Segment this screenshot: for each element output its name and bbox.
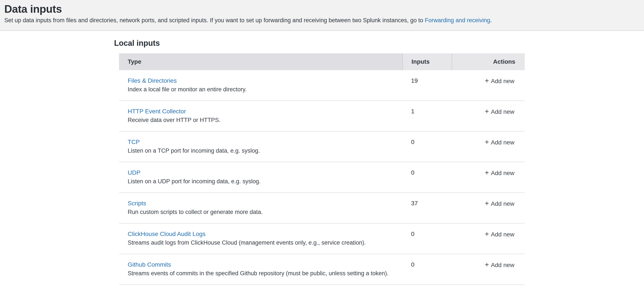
input-type-description: Index a local file or monitor an entire …: [128, 85, 398, 94]
page: Data inputs Set up data inputs from file…: [0, 0, 644, 285]
actions-cell: +Add new: [452, 254, 525, 284]
inputs-count: 19: [402, 70, 452, 100]
add-new-link[interactable]: +Add new: [485, 260, 514, 269]
input-type-link[interactable]: Scripts: [128, 200, 146, 207]
add-new-link[interactable]: +Add new: [485, 199, 514, 208]
add-new-label: Add new: [491, 231, 514, 238]
table-row-scripts: Scripts Run custom scripts to collect or…: [119, 193, 525, 223]
input-type-link[interactable]: UDP: [128, 169, 140, 176]
plus-icon: +: [485, 260, 489, 268]
plus-icon: +: [485, 138, 489, 146]
add-new-label: Add new: [491, 262, 514, 268]
input-type-link[interactable]: Files & Directories: [128, 77, 177, 84]
inputs-count: 0: [402, 254, 452, 284]
inputs-count: 0: [402, 162, 452, 192]
add-new-link[interactable]: +Add new: [485, 169, 514, 177]
input-type-description: Streams events of commits in the specifi…: [128, 269, 398, 277]
table-row-tcp: TCP Listen on a TCP port for incoming da…: [119, 131, 525, 162]
type-cell: Files & Directories Index a local file o…: [119, 70, 402, 100]
plus-icon: +: [485, 107, 489, 115]
actions-cell: +Add new: [452, 162, 525, 192]
input-type-description: Streams audit logs from ClickHouse Cloud…: [128, 238, 398, 247]
type-cell: Scripts Run custom scripts to collect or…: [119, 193, 402, 223]
input-type-description: Run custom scripts to collect or generat…: [128, 208, 398, 216]
page-header: Data inputs Set up data inputs from file…: [0, 0, 644, 31]
page-subtitle: Set up data inputs from files and direct…: [4, 17, 639, 24]
add-new-label: Add new: [491, 170, 514, 176]
inputs-count: 37: [402, 193, 452, 223]
plus-icon: +: [485, 77, 489, 85]
table-row-clickhouse-cloud-audit-logs: ClickHouse Cloud Audit Logs Streams audi…: [119, 223, 525, 254]
plus-icon: +: [485, 230, 489, 238]
add-new-link[interactable]: +Add new: [485, 77, 514, 85]
inputs-count: 0: [402, 131, 452, 162]
type-cell: UDP Listen on a UDP port for incoming da…: [119, 162, 402, 192]
add-new-label: Add new: [491, 139, 514, 146]
actions-cell: +Add new: [452, 193, 525, 223]
type-cell: ClickHouse Cloud Audit Logs Streams audi…: [119, 223, 402, 254]
input-type-description: Receive data over HTTP or HTTPS.: [128, 116, 398, 124]
add-new-label: Add new: [491, 78, 514, 84]
inputs-count: 1: [402, 101, 452, 131]
table-row-files-directories: Files & Directories Index a local file o…: [119, 70, 525, 101]
column-header-type[interactable]: Type: [119, 53, 402, 70]
subtitle-period: .: [490, 17, 492, 24]
plus-icon: +: [485, 169, 489, 177]
input-type-description: Listen on a UDP port for incoming data, …: [128, 177, 398, 185]
add-new-label: Add new: [491, 108, 514, 115]
input-type-link[interactable]: HTTP Event Collector: [128, 108, 186, 115]
type-cell: TCP Listen on a TCP port for incoming da…: [119, 131, 402, 162]
actions-cell: +Add new: [452, 223, 525, 254]
add-new-label: Add new: [491, 200, 514, 207]
actions-cell: +Add new: [452, 101, 525, 131]
plus-icon: +: [485, 199, 489, 207]
add-new-link[interactable]: +Add new: [485, 138, 514, 147]
input-type-link[interactable]: TCP: [128, 139, 140, 145]
input-type-description: Listen on a TCP port for incoming data, …: [128, 147, 398, 155]
column-header-inputs[interactable]: Inputs: [402, 53, 452, 70]
actions-cell: +Add new: [452, 131, 525, 162]
table-header-row: Type Inputs Actions: [119, 53, 525, 70]
local-inputs-table: Type Inputs Actions Files & Directories …: [119, 53, 525, 285]
column-header-actions: Actions: [452, 53, 525, 70]
table-row-udp: UDP Listen on a UDP port for incoming da…: [119, 162, 525, 193]
inputs-count: 0: [402, 223, 452, 254]
forwarding-and-receiving-link[interactable]: Forwarding and receiving: [425, 17, 490, 24]
main-content: Local inputs Type Inputs Actions Files &…: [0, 39, 644, 285]
actions-cell: +Add new: [452, 70, 525, 100]
table-row-github-commits: Github Commits Streams events of commits…: [119, 254, 525, 285]
input-type-link[interactable]: Github Commits: [128, 261, 171, 268]
section-title-local-inputs: Local inputs: [114, 39, 644, 48]
add-new-link[interactable]: +Add new: [485, 230, 514, 238]
type-cell: HTTP Event Collector Receive data over H…: [119, 101, 402, 131]
table-row-http-event-collector: HTTP Event Collector Receive data over H…: [119, 101, 525, 131]
add-new-link[interactable]: +Add new: [485, 107, 514, 116]
subtitle-text: Set up data inputs from files and direct…: [4, 17, 425, 24]
page-title: Data inputs: [4, 3, 639, 15]
input-type-link[interactable]: ClickHouse Cloud Audit Logs: [128, 230, 206, 237]
type-cell: Github Commits Streams events of commits…: [119, 254, 402, 284]
